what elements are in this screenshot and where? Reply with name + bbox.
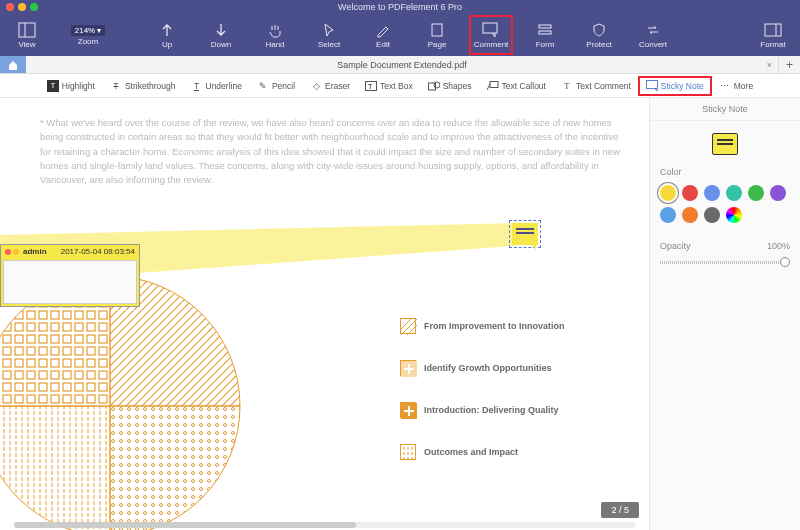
underline-icon: T — [191, 80, 203, 92]
form-button[interactable]: Form — [524, 16, 566, 54]
popup-minimize-button[interactable] — [13, 249, 19, 255]
window-titlebar: Welcome to PDFelement 6 Pro — [0, 0, 800, 14]
page-icon — [428, 21, 446, 39]
edit-button[interactable]: Edit — [362, 16, 404, 54]
edit-icon — [374, 21, 392, 39]
opacity-slider[interactable] — [660, 257, 790, 267]
page-button[interactable]: Page — [416, 16, 458, 54]
tab-strip: Sample Document Extended.pdf × + — [0, 56, 800, 74]
shapes-button[interactable]: Shapes — [422, 78, 478, 94]
opacity-value: 100% — [767, 241, 790, 251]
color-swatch[interactable] — [704, 207, 720, 223]
scrollbar-thumb[interactable] — [14, 522, 356, 528]
color-swatch[interactable] — [682, 185, 698, 201]
color-swatch[interactable] — [682, 207, 698, 223]
textbox-button[interactable]: TText Box — [359, 78, 419, 94]
pencil-button[interactable]: ✎Pencil — [251, 78, 301, 94]
highlight-button[interactable]: THighlight — [41, 78, 101, 94]
color-label: Color — [650, 167, 800, 181]
color-swatch[interactable] — [660, 185, 676, 201]
format-button[interactable]: Format — [752, 16, 794, 54]
chevron-down-icon: ▾ — [97, 26, 101, 35]
convert-button[interactable]: Convert — [632, 16, 674, 54]
new-tab-button[interactable]: + — [778, 56, 800, 73]
document-tab-label: Sample Document Extended.pdf — [337, 60, 467, 70]
legend-swatch-icon — [400, 360, 416, 376]
select-button[interactable]: Select — [308, 16, 350, 54]
highlight-icon: T — [47, 80, 59, 92]
body-paragraph: * What we've heard over the course of th… — [40, 116, 623, 187]
color-swatch[interactable] — [704, 185, 720, 201]
close-tab-button[interactable]: × — [767, 60, 772, 70]
callout-icon — [487, 80, 499, 92]
shield-icon — [590, 21, 608, 39]
convert-icon — [644, 21, 662, 39]
svg-rect-0 — [19, 23, 35, 37]
legend-swatch-icon — [400, 402, 416, 418]
sticky-note-button[interactable]: Sticky Note — [640, 78, 710, 94]
format-icon — [764, 21, 782, 39]
home-icon — [7, 59, 19, 71]
down-button[interactable]: Down — [200, 16, 242, 54]
panel-title: Sticky Note — [650, 98, 800, 121]
color-picker — [650, 181, 800, 233]
home-tab[interactable] — [0, 56, 26, 73]
svg-rect-14 — [646, 81, 657, 89]
sticky-note-textarea[interactable] — [3, 260, 137, 304]
form-icon — [536, 21, 554, 39]
eraser-icon: ◇ — [310, 80, 322, 92]
svg-rect-5 — [539, 31, 551, 34]
svg-point-11 — [434, 82, 440, 88]
legend-swatch-icon — [400, 444, 416, 460]
page-indicator: 2 / 5 — [601, 502, 639, 518]
sticky-note-popup[interactable]: admin 2017-05-04 08:03:54 — [0, 244, 140, 307]
strikethrough-button[interactable]: TStrikethrough — [104, 78, 182, 94]
legend-item: Introduction: Delivering Quality — [400, 402, 565, 418]
sticky-timestamp: 2017-05-04 08:03:54 — [61, 247, 135, 256]
color-swatch[interactable] — [660, 207, 676, 223]
comment-button[interactable]: Comment — [470, 16, 512, 54]
pencil-icon: ✎ — [257, 80, 269, 92]
legend-item: Outcomes and Impact — [400, 444, 565, 460]
cursor-icon — [320, 21, 338, 39]
color-swatch[interactable] — [748, 185, 764, 201]
view-button[interactable]: View — [6, 16, 48, 54]
window-title: Welcome to PDFelement 6 Pro — [0, 2, 800, 12]
shapes-icon — [428, 80, 440, 92]
more-icon: ⋯ — [719, 80, 731, 92]
properties-panel: Sticky Note Color Opacity 100% — [650, 98, 800, 530]
eraser-button[interactable]: ◇Eraser — [304, 78, 356, 94]
legend-swatch-icon — [400, 318, 416, 334]
textbox-icon: T — [365, 80, 377, 92]
protect-button[interactable]: Protect — [578, 16, 620, 54]
sticky-note-annotation[interactable] — [512, 223, 538, 245]
arrow-down-icon — [212, 21, 230, 39]
color-swatch[interactable] — [770, 185, 786, 201]
document-view[interactable]: * What we've heard over the course of th… — [0, 98, 650, 530]
chart-legend: From Improvement to Innovation Identify … — [400, 318, 565, 460]
color-custom-button[interactable] — [726, 207, 742, 223]
underline-button[interactable]: TUnderline — [185, 78, 248, 94]
text-comment-button[interactable]: TText Comment — [555, 78, 637, 94]
svg-rect-3 — [483, 23, 497, 33]
popup-close-button[interactable] — [5, 249, 11, 255]
hand-icon — [266, 21, 284, 39]
opacity-label: Opacity — [660, 241, 691, 251]
horizontal-scrollbar[interactable] — [14, 522, 635, 528]
annotation-toolbar: THighlight TStrikethrough TUnderline ✎Pe… — [0, 74, 800, 98]
sticky-note-icon — [712, 133, 738, 155]
svg-rect-4 — [539, 25, 551, 28]
strikethrough-icon: T — [110, 80, 122, 92]
sticky-note-icon — [646, 80, 658, 92]
slider-thumb[interactable] — [780, 257, 790, 267]
document-tab[interactable]: Sample Document Extended.pdf × — [26, 56, 778, 73]
zoom-control[interactable]: 214%▾ Zoom — [60, 16, 116, 54]
hand-button[interactable]: Hand — [254, 16, 296, 54]
more-button[interactable]: ⋯More — [713, 78, 759, 94]
svg-text:T: T — [368, 83, 373, 90]
color-swatch[interactable] — [726, 185, 742, 201]
comment-icon — [482, 21, 500, 39]
up-button[interactable]: Up — [146, 16, 188, 54]
text-callout-button[interactable]: Text Callout — [481, 78, 552, 94]
legend-item: Identify Growth Opportunities — [400, 360, 565, 376]
